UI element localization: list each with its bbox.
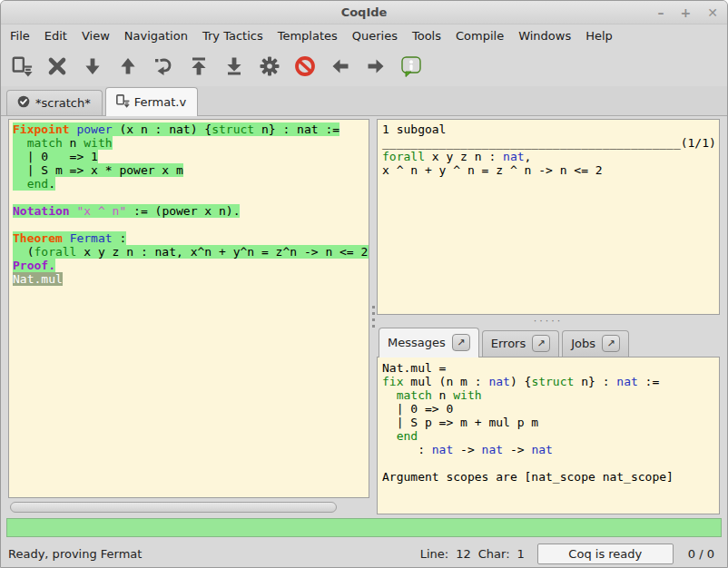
gear-icon [259,55,280,77]
code-line: fix mul (n m : nat) {struct n} : nat := [382,375,719,388]
go-to-begin-button[interactable] [187,54,211,78]
status-right: Line: 12 Char: 1 Coq is ready 0 / 0 [420,544,718,564]
menu-item-queries[interactable]: Queries [345,27,405,44]
code-line: (forall x y z n : nat, x^n + y^n = z^n -… [13,245,369,259]
window-controls: – + ✕ [658,1,718,24]
code-line: ________________________________________… [382,136,719,150]
code-line: | 0 => 1 [13,150,369,163]
close-icon [46,55,68,77]
horizontal-splitter[interactable]: ····· [377,315,720,326]
status-text: Ready, proving Fermat [8,547,420,561]
goto-cursor-icon [152,55,174,77]
menu-item-compile[interactable]: Compile [448,27,511,44]
check-circle-icon [16,94,31,112]
code-line: | S m => x * power x m [13,163,369,177]
editor-column: Fixpoint power (x n : nat) {struct n} : … [8,119,369,514]
tab-label: Errors [491,337,526,350]
tab-jobs[interactable]: Jobs ↗ [562,330,629,357]
detach-icon[interactable]: ↗ [452,334,470,351]
goals-panel[interactable]: 1 subgoal_______________________________… [377,119,720,315]
maximize-button[interactable]: + [681,6,692,19]
code-line: Nat.mul [13,272,369,286]
title-bar[interactable]: CoqIde – + ✕ [1,1,727,24]
menu-item-edit[interactable]: Edit [37,27,74,44]
code-line [13,191,369,204]
code-line: end [382,429,719,443]
about-icon [400,55,422,77]
go-to-end-icon [223,55,245,77]
next-icon [365,55,387,77]
menu-item-view[interactable]: View [74,27,117,44]
tab-label: *scratch* [35,96,91,110]
code-line: match n with [382,388,719,402]
go-to-end-button[interactable] [222,54,246,78]
menu-item-windows[interactable]: Windows [511,27,578,44]
code-line: Notation "x ^ n" := (power x n). [13,204,369,218]
close-button[interactable]: ✕ [707,6,718,19]
backward-button[interactable] [116,54,140,78]
code-line: forall x y z n : nat, [382,150,719,163]
next-button[interactable] [364,54,388,78]
menu-item-help[interactable]: Help [578,27,620,44]
menu-item-templates[interactable]: Templates [271,27,345,44]
previous-button[interactable] [329,54,352,78]
code-line [382,456,719,470]
tab-errors[interactable]: Errors ↗ [482,330,559,357]
horizontal-scrollbar[interactable] [8,500,369,514]
main-area: Fixpoint power (x n : nat) {struct n} : … [1,116,727,516]
status-bar: Ready, proving Fermat Line: 12 Char: 1 C… [1,540,727,567]
tab-label: Fermat.v [134,95,186,109]
code-line: Nat.mul = [382,361,719,375]
tab-label: Jobs [571,337,595,350]
slaves-counter: 0 / 0 [688,547,714,561]
close-button[interactable] [45,54,69,78]
document-tab-bar: *scratch* Fermat.v [1,86,727,116]
gear-button[interactable] [258,54,281,78]
toolbar [1,46,727,86]
code-line: Proof. [13,259,369,272]
char-label: Char: [478,547,510,561]
progress-bar [6,518,722,537]
tab-scratch[interactable]: *scratch* [6,90,103,115]
backward-icon [117,55,139,77]
tab-label: Messages [388,336,446,349]
code-line: 1 subgoal [382,122,719,136]
line-value: 12 [456,547,471,561]
menu-bar: FileEditViewNavigationTry TacticsTemplat… [1,24,727,46]
code-line: : nat -> nat -> nat [382,443,719,456]
menu-item-tools[interactable]: Tools [405,27,448,44]
message-tab-bar: Messages ↗ Errors ↗ Jobs ↗ [377,326,720,357]
script-buffer[interactable]: Fixpoint power (x n : nat) {struct n} : … [8,119,369,498]
coqide-window: CoqIde – + ✕ FileEditViewNavigationTry T… [0,0,728,568]
window-title: CoqIde [341,5,388,19]
messages-panel[interactable]: Nat.mul =fix mul (n m : nat) {struct n} … [377,357,720,514]
goto-cursor-button[interactable] [152,54,175,78]
code-line: Argument scopes are [nat_scope nat_scope… [382,470,719,484]
interrupt-icon [294,55,316,77]
code-line: | 0 => 0 [382,402,719,416]
char-value: 1 [517,547,525,561]
code-line: | S p => m + mul p m [382,416,719,429]
vertical-splitter[interactable] [369,119,377,514]
minimize-button[interactable]: – [658,6,664,19]
detach-icon[interactable]: ↗ [602,335,620,352]
save-button[interactable] [10,54,34,78]
forward-icon [82,55,103,77]
tab-fermat[interactable]: Fermat.v [105,87,198,116]
menu-item-navigation[interactable]: Navigation [117,27,195,44]
code-line: end. [13,177,369,191]
interrupt-button[interactable] [293,54,317,78]
line-label: Line: [420,547,448,561]
code-line: Theorem Fermat : [13,231,369,245]
tab-messages[interactable]: Messages ↗ [379,328,479,357]
menu-item-file[interactable]: File [3,27,37,44]
previous-icon [330,55,351,77]
save-icon [11,55,33,77]
forward-button[interactable] [81,54,104,78]
about-button[interactable] [399,54,423,78]
detach-icon[interactable]: ↗ [532,335,550,352]
code-line: x ^ n + y ^ n = z ^ n -> n <= 2 [382,163,719,177]
scrollbar-thumb[interactable] [10,502,337,513]
menu-item-try-tactics[interactable]: Try Tactics [195,27,271,44]
code-line: match n with [13,136,369,150]
